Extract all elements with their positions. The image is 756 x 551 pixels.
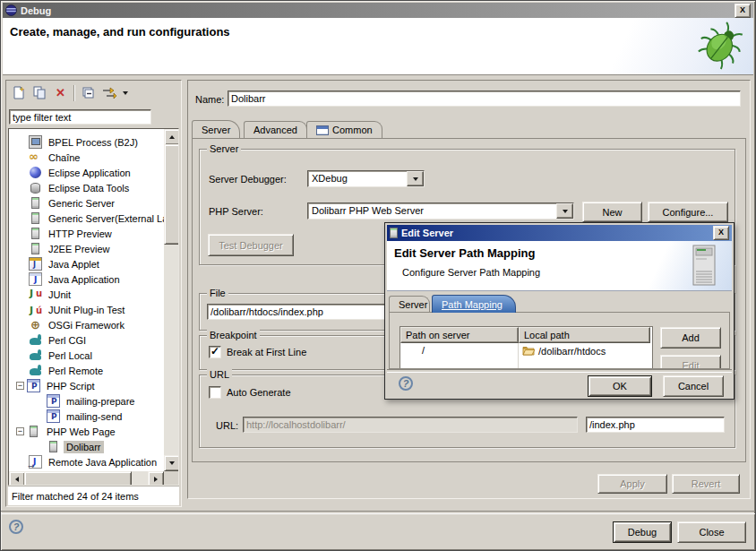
tree-item-perl-local[interactable]: Perl Local [11,348,95,363]
tree-item-remote-java-application[interactable]: Remote Java Application [11,454,159,469]
dialog-help-icon[interactable]: ? [399,376,413,391]
server-debugger-label: Server Debugger: [209,174,287,185]
tree-item-http-preview[interactable]: HTTP Preview [11,226,115,241]
duplicate-configuration-button[interactable] [30,83,50,102]
server-icon [49,441,57,452]
scroll-down-button[interactable] [164,455,179,471]
collapse-all-icon [82,86,95,99]
junit-icon [29,288,42,301]
sidebar-toolbar: + ✕ [9,82,131,103]
bpel-process-icon [29,135,42,149]
apply-button[interactable]: Apply [597,474,667,494]
collapse-all-button[interactable] [78,83,99,102]
auto-generate-label: Auto Generate [227,387,291,398]
delete-configuration-button[interactable]: ✕ [50,83,71,102]
php-script-icon [47,409,60,423]
tree-item-java-applet[interactable]: Java Applet [11,256,102,271]
tree-item-generic-server[interactable]: Generic Server [11,195,117,211]
window-close-button[interactable]: X [735,4,751,18]
filter-launch-configurations-button[interactable] [99,83,119,102]
window-title: Debug [21,5,51,16]
collapse-expander-icon[interactable] [16,427,24,435]
banner-heading: Create, manage, and run configurations [10,25,230,39]
arrow-up-icon [169,135,175,139]
base-url-input [243,417,578,433]
dropdown-arrow-icon[interactable] [556,203,573,219]
help-icon[interactable]: ? [9,520,23,534]
configurations-tree: BPEL Process (B2J) Chaîne Eclipse Applic… [8,128,179,486]
tree-item-mailing-prepare[interactable]: mailing-prepare [11,393,137,409]
arrow-right-icon [154,477,158,482]
cancel-button[interactable]: Cancel [663,375,724,397]
scroll-up-button[interactable] [164,129,179,145]
break-at-first-line-label: Break at First Line [227,347,306,357]
toolbar-menu-dropdown[interactable] [119,83,131,102]
collapse-expander-icon[interactable] [16,382,24,390]
revert-button[interactable]: Revert [672,474,740,494]
dialog-button-bar: ? OK Cancel [387,369,732,397]
column-header-path-on-server[interactable]: Path on server [400,327,519,343]
remote-java-icon [29,455,42,469]
tree-item-perl-remote[interactable]: Perl Remote [11,363,106,378]
url-path-input[interactable] [586,417,725,433]
edit-mapping-button[interactable]: Edit [660,355,721,369]
configure-server-button[interactable]: Configure... [648,202,728,222]
break-at-first-line-checkbox[interactable] [209,346,221,358]
tree-item-junit-plugin-test[interactable]: JUnit Plug-in Test [11,302,127,317]
column-header-local-path[interactable]: Local path [519,327,650,343]
scroll-right-button[interactable] [148,471,164,486]
tab-advanced[interactable]: Advanced [244,121,307,138]
dropdown-arrow-icon[interactable] [407,171,424,186]
configuration-name-input[interactable] [228,90,741,107]
filter-input[interactable] [9,109,151,125]
tree-item-osgi-framework[interactable]: OSGi Framework [11,317,127,332]
test-debugger-button[interactable]: Test Debugger [208,234,294,256]
dialog-tab-server[interactable]: Server [389,296,430,312]
arrow-left-icon [15,477,19,482]
php-server-select[interactable]: Dolibarr PHP Web Server [307,202,574,220]
perl-camel-icon [30,353,41,360]
tree-item-bpel-process[interactable]: BPEL Process (B2J) [11,134,141,150]
add-mapping-button[interactable]: Add [660,327,721,349]
server-tower-icon [692,245,718,287]
horizontal-scroll-thumb[interactable] [24,471,132,486]
close-button[interactable]: Close [677,521,746,543]
path-mapping-table[interactable]: Path on server Local path / /dolibarr/ht… [399,326,653,369]
tree-item-chaine[interactable]: Chaîne [11,150,82,165]
tab-common[interactable]: Common [306,121,382,138]
scroll-left-button[interactable] [9,471,25,486]
tab-server[interactable]: Server [192,120,240,138]
dialog-banner: Create, manage, and run configurations [3,18,753,75]
path-mapping-row[interactable]: / /dolibarr/htdocs [400,343,652,358]
tree-item-mailing-send[interactable]: mailing-send [11,409,125,424]
auto-generate-checkbox[interactable] [209,386,221,399]
ok-button[interactable]: OK [588,375,652,397]
edit-server-subheading: Configure Server Path Mapping [402,267,540,278]
tree-item-php-web-page[interactable]: PHP Web Page [11,424,118,439]
tree-item-eclipse-application[interactable]: Eclipse Application [11,165,133,180]
php-server-label: PHP Server: [209,206,263,217]
debug-button[interactable]: Debug [613,521,672,543]
server-icon [30,426,38,437]
tree-item-dolibarr[interactable]: Dolibarr [11,439,104,454]
path-mapping-empty-row [400,358,652,369]
new-server-button[interactable]: New [582,202,642,222]
dialog-tab-path-mapping[interactable]: Path Mapping [432,295,516,313]
tree-item-java-application[interactable]: Java Application [11,271,123,287]
tree-item-perl-cgi[interactable]: Perl CGI [11,332,89,348]
tree-item-generic-server-external[interactable]: Generic Server(External La [11,211,170,226]
tree-item-php-script[interactable]: PHP Script [11,378,98,393]
window-titlebar[interactable]: Debug X [3,3,753,18]
tree-item-junit[interactable]: JUnit [11,287,73,302]
edit-server-titlebar[interactable]: Edit Server X [387,225,732,241]
tree-item-j2ee-preview[interactable]: J2EE Preview [11,241,112,256]
edit-server-close-button[interactable]: X [713,226,729,240]
vertical-scroll-thumb[interactable] [164,144,179,245]
new-configuration-button[interactable]: + [9,83,30,102]
tree-item-eclipse-data-tools[interactable]: Eclipse Data Tools [11,180,132,195]
path-mapping-content: Path on server Local path / /dolibarr/ht… [389,312,730,369]
tree-horizontal-scrollbar[interactable] [9,471,164,485]
server-debugger-select[interactable]: XDebug [307,170,425,187]
tree-vertical-scrollbar[interactable] [164,129,178,471]
perl-camel-icon [30,368,41,375]
